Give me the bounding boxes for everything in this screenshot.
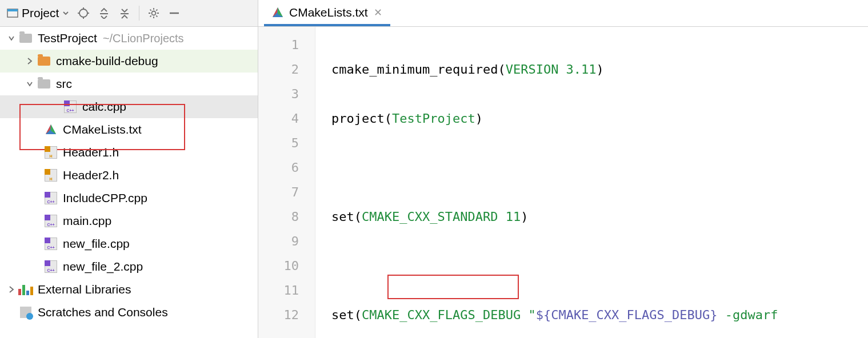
svg-point-2 [79, 9, 87, 17]
library-icon [18, 282, 33, 297]
code-area[interactable]: cmake_minimum_required(VERSION 3.11) pro… [315, 27, 868, 338]
scratches-icon [18, 305, 33, 320]
gutter: 123456789101112 [258, 27, 315, 338]
gutter-line: 4 [258, 106, 315, 131]
tree-file-calc[interactable]: calc.cpp [0, 95, 258, 118]
tree-file[interactable]: main.cpp [0, 210, 258, 232]
project-icon [7, 7, 18, 19]
chevron-right-icon [25, 57, 34, 66]
gutter-line: 2 [258, 57, 315, 82]
tree-item-label: IncludeCPP.cpp [63, 191, 147, 205]
highlight-annotation [387, 275, 519, 299]
tree-external-libraries[interactable]: External Libraries [0, 278, 258, 301]
tree-item-label: new_file.cpp [63, 237, 130, 251]
close-icon[interactable]: ✕ [374, 6, 382, 19]
svg-point-7 [152, 11, 156, 15]
svg-rect-1 [7, 9, 18, 11]
gutter-line: 6 [258, 155, 315, 180]
tree-root[interactable]: TestProject ~/CLionProjects [0, 27, 258, 50]
cpp-file-icon [63, 99, 78, 114]
chevron-down-icon [7, 34, 16, 43]
cmake-icon [272, 7, 283, 18]
cpp-file-icon [45, 238, 57, 250]
gutter-line: 5 [258, 131, 315, 155]
tree-item-label: new_file_2.cpp [63, 260, 143, 273]
tree-item-label: Header2.h [63, 168, 119, 182]
editor-tabs: CMakeLists.txt ✕ [258, 0, 868, 27]
tree-file[interactable]: CMakeLists.txt [0, 118, 258, 141]
project-toolbar: Project [0, 0, 258, 27]
gutter-line: 11 [258, 278, 315, 303]
folder-icon [37, 77, 51, 91]
gutter-line: 7 [258, 180, 315, 204]
tab-label: CMakeLists.txt [289, 6, 368, 19]
cmake-icon [45, 124, 57, 135]
chevron-right-icon [7, 285, 16, 294]
header-file-icon [45, 146, 57, 159]
chevron-down-icon [25, 79, 34, 88]
cpp-file-icon [45, 215, 57, 227]
tree-file[interactable]: Header2.h [0, 164, 258, 187]
tree-file[interactable]: IncludeCPP.cpp [0, 187, 258, 210]
gutter-line: 3 [258, 82, 315, 106]
project-sidebar: Project TestProject ~/CLionProjects cmak… [0, 0, 258, 338]
tree-item-label: calc.cpp [82, 100, 126, 114]
tree-item-label: cmake-build-debug [56, 54, 158, 68]
tree-item-label: main.cpp [63, 214, 111, 228]
cpp-file-icon [45, 192, 57, 204]
gutter-line: 9 [258, 229, 315, 254]
gear-icon[interactable] [145, 5, 162, 22]
tree-build-dir[interactable]: cmake-build-debug [0, 50, 258, 73]
project-view-dropdown[interactable]: Project [5, 5, 71, 21]
tree-item-label: src [56, 77, 72, 91]
tree-file[interactable]: new_file_2.cpp [0, 255, 258, 278]
tree-root-label: TestProject [38, 31, 97, 45]
expand-all-icon[interactable] [95, 5, 113, 22]
gutter-line: 10 [258, 254, 315, 278]
project-tree[interactable]: TestProject ~/CLionProjects cmake-build-… [0, 27, 258, 338]
tree-root-hint: ~/CLionProjects [103, 32, 184, 45]
folder-icon [18, 31, 33, 46]
tab-cmakelists[interactable]: CMakeLists.txt ✕ [264, 1, 390, 26]
tree-item-label: Header1.h [63, 146, 119, 159]
folder-icon [37, 54, 51, 69]
gutter-line: 1 [258, 33, 315, 57]
project-dropdown-label: Project [22, 6, 59, 20]
cpp-file-icon [45, 260, 57, 273]
tree-item-label: External Libraries [38, 283, 131, 296]
hide-icon[interactable] [166, 5, 183, 22]
editor-pane: CMakeLists.txt ✕ 123456789101112 cmake_m… [258, 0, 868, 338]
locate-icon[interactable] [75, 5, 92, 22]
collapse-all-icon[interactable] [116, 5, 133, 22]
tree-scratches[interactable]: Scratches and Consoles [0, 301, 258, 324]
gutter-line: 8 [258, 204, 315, 229]
chevron-down-icon [62, 10, 69, 17]
tree-file[interactable]: new_file.cpp [0, 232, 258, 255]
gutter-line: 12 [258, 303, 315, 327]
tree-item-label: Scratches and Consoles [38, 305, 168, 319]
tree-src-dir[interactable]: src [0, 73, 258, 95]
tree-file[interactable]: Header1.h [0, 141, 258, 164]
header-file-icon [45, 169, 57, 182]
tree-item-label: CMakeLists.txt [63, 123, 142, 136]
editor-body: 123456789101112 cmake_minimum_required(V… [258, 27, 868, 338]
toolbar-separator [139, 6, 139, 21]
